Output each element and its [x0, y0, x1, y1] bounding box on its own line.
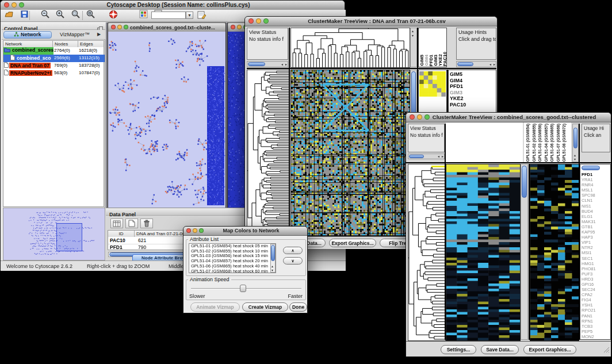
gene-label[interactable]: FIG4 [582, 297, 610, 302]
delete-attribute-trash-icon[interactable] [140, 219, 153, 228]
gene-label[interactable]: CPA2 [582, 292, 610, 297]
gene-label[interactable]: HMG1 [582, 261, 610, 266]
scroll-down-icon[interactable]: ▾ [574, 158, 576, 161]
scroll-thumb[interactable] [457, 62, 473, 66]
zoom-fit-icon[interactable] [85, 10, 97, 20]
network-table-row[interactable]: DNA and Tran 07769(0)183728(0) [3, 62, 105, 70]
plugin-manager-icon[interactable] [137, 10, 150, 20]
tv1-row-label[interactable]: YKE2 [450, 95, 496, 102]
attribute-editor-icon[interactable] [197, 10, 206, 22]
tv2-column-label[interactable]: GPL51-02 (GSM855) [531, 124, 538, 162]
zoom-in-icon[interactable] [54, 10, 67, 20]
search-dropdown-icon[interactable]: ▼ [186, 12, 193, 19]
gene-label[interactable]: PHO81 [582, 266, 610, 271]
network-overview-canvas[interactable] [3, 208, 105, 260]
gene-label[interactable]: BUD4 [582, 209, 610, 214]
dialog-done-button[interactable]: Done [289, 302, 307, 312]
tv2-column-label[interactable]: GPL51-03 (GSM856) [537, 124, 544, 162]
gene-label[interactable]: TCB3 [582, 324, 610, 329]
tv2-column-label[interactable]: GPL51-01 (GSM854) [525, 124, 531, 162]
treeview1-titlebar[interactable]: ClusterMaker TreeView : DNA and Tran 07-… [245, 17, 497, 26]
tv2-export-graphics-button[interactable]: Export Graphics... [523, 345, 576, 354]
tv1-usage-scroll[interactable]: ◂ ▸ [456, 61, 496, 67]
close-button[interactable] [231, 25, 235, 29]
gene-label[interactable]: NTR2 [582, 245, 610, 250]
scroll-left-icon[interactable]: ◂ [281, 63, 283, 66]
select-attributes-icon[interactable] [110, 219, 123, 228]
gene-label[interactable]: MSI1 [582, 250, 610, 255]
tv1-column-label[interactable]: PAC10 [443, 52, 447, 66]
gene-label[interactable]: RPN1 [582, 319, 610, 324]
open-file-icon[interactable] [3, 10, 16, 20]
gene-label[interactable]: HAP3 [582, 235, 610, 240]
minimize-button[interactable] [193, 228, 197, 233]
tv2-vscrollbar[interactable] [521, 164, 528, 340]
gene-label[interactable]: PEP5 [582, 329, 610, 334]
close-button[interactable] [248, 18, 254, 24]
search-input[interactable] [151, 12, 186, 19]
move-down-button[interactable]: ∨ [283, 257, 303, 265]
gene-label[interactable]: CLN1 [582, 198, 610, 203]
network-table-row[interactable]: combined_scores2764(0)16218(0) [3, 47, 105, 55]
close-button[interactable] [410, 114, 415, 120]
tab-network[interactable]: Network [3, 31, 52, 39]
network1-canvas[interactable] [108, 32, 225, 208]
close-button[interactable] [111, 25, 116, 29]
speed-slider-thumb[interactable] [240, 285, 246, 292]
dialog-animate-vizmap-button[interactable]: Animate Vizmap [190, 302, 240, 312]
id-column-header[interactable]: ID [108, 231, 135, 237]
gene-label[interactable]: RNR4 [582, 182, 610, 187]
dialog-create-vizmap-button[interactable]: Create Vizmap [242, 302, 288, 312]
close-button[interactable] [186, 228, 191, 233]
gene-label[interactable]: KAP95 [582, 229, 610, 235]
scroll-up-icon[interactable]: ▴ [574, 154, 576, 157]
tv1-row-label[interactable]: PAC10 [450, 102, 496, 108]
gene-label[interactable]: YSH1 [582, 302, 610, 308]
tv1-row-label[interactable]: PFD1 [450, 83, 496, 90]
network1-titlebar[interactable]: combined_scores_good.txt--cluste... [108, 23, 225, 32]
gene-label[interactable]: VIP1 [582, 240, 610, 245]
scroll-up-icon[interactable]: ▴ [271, 265, 273, 268]
tv1-row-dendrogram[interactable] [247, 70, 290, 236]
col-nodes[interactable]: Nodes [53, 41, 78, 47]
col-edges[interactable]: Edges [78, 41, 104, 47]
vscrollbar-thumb[interactable] [522, 166, 527, 198]
scroll-down-icon[interactable]: ▾ [412, 34, 414, 37]
gene-label[interactable]: YRA1 [582, 177, 610, 182]
more-tabs-arrow[interactable]: ▶ [97, 32, 101, 37]
tv1-statusbar-scroll[interactable]: ◂ ▸ [247, 61, 288, 67]
speed-slider-track[interactable] [191, 288, 301, 289]
move-up-button[interactable]: ∧ [283, 247, 303, 254]
gene-label[interactable]: HRD3 [582, 277, 610, 282]
gene-label[interactable]: NIS1 [582, 204, 610, 209]
zoom-selected-icon[interactable] [70, 10, 82, 20]
tab-vizmapper[interactable]: VizMapper™ [55, 32, 95, 37]
gene-label[interactable]: SPC98 [582, 193, 610, 198]
gene-label[interactable]: GTB1 [582, 224, 610, 229]
scroll-right-icon[interactable]: ▸ [285, 63, 287, 66]
scroll-thumb[interactable] [409, 155, 424, 158]
tv1-export-graphics-button[interactable]: Export Graphics... [329, 239, 376, 247]
gene-label[interactable]: PUF3 [582, 271, 610, 277]
scroll-thumb[interactable] [271, 245, 275, 261]
gene-label[interactable]: SEC1 [582, 256, 610, 261]
help-lifebuoy-icon[interactable] [107, 10, 120, 20]
tv2-column-label[interactable]: GPL51-07 (GSM868) [556, 124, 562, 162]
tv2-row-dendrogram[interactable] [408, 164, 446, 341]
main-titlebar[interactable]: Cytoscape Desktop (Session Name: collins… [1, 1, 345, 10]
network-table-row[interactable]: combined_sco2569(6)13112(15) [3, 55, 105, 62]
gene-label[interactable]: PAN1 [582, 313, 610, 319]
dialog-titlebar[interactable]: Map Colors to Network [183, 227, 307, 236]
resize-grip-icon[interactable] [603, 345, 610, 355]
tv1-row-label[interactable]: GIM4 [450, 78, 496, 84]
tv1-row-label[interactable]: GIM3 [450, 90, 496, 96]
gene-list-hscroll-thumb[interactable] [582, 166, 600, 170]
close-button[interactable] [4, 2, 9, 7]
tv2-statusbar-scroll[interactable]: ◂ ▸ [408, 154, 445, 159]
tv2-header-scroll[interactable]: ▴ ▾ [572, 124, 579, 162]
gene-label[interactable]: ELG1 [582, 214, 610, 219]
network-table-row[interactable]: RNAPuberNov2+!563(0)107847(0) [3, 70, 105, 77]
tv1-column-dendrogram[interactable] [290, 28, 410, 68]
gene-label[interactable]: MSL1 [582, 187, 610, 193]
scroll-right-icon[interactable]: ▸ [442, 155, 443, 158]
